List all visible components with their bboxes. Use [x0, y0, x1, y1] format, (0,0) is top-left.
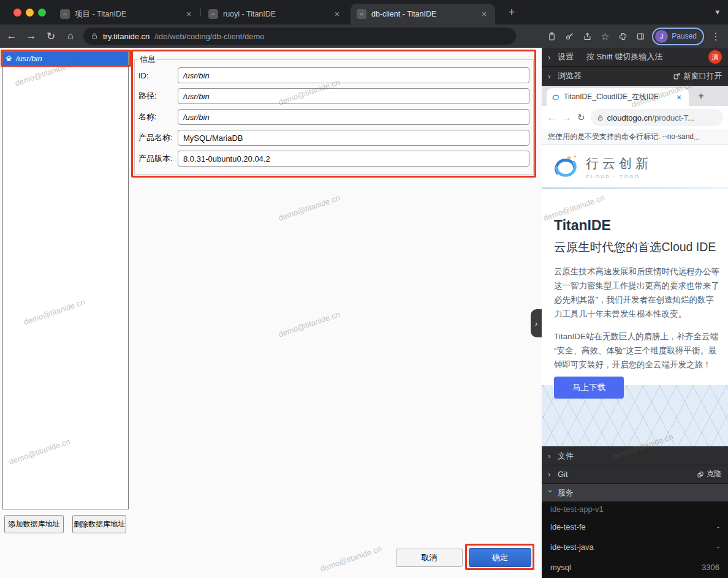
site-subtitle: 云原生时代您的首选Cloud IDE [554, 239, 728, 255]
confirm-button[interactable]: 确定 [469, 548, 531, 567]
new-tab-button[interactable]: + [505, 6, 518, 19]
extensions-puzzle-icon[interactable] [616, 29, 629, 43]
profile-paused-button[interactable]: J Paused [652, 28, 704, 45]
database-list-item-selected[interactable]: /usr/bin [3, 52, 128, 65]
form-row: 产品版本: [138, 148, 529, 169]
cancel-button[interactable]: 取消 [396, 549, 463, 567]
product-name-field[interactable] [178, 130, 529, 146]
tab-ruoyi[interactable]: ‹› ruoyi - TitanIDE × [202, 4, 348, 24]
site-title: TitanIDE [554, 217, 728, 234]
name-field[interactable] [178, 109, 529, 125]
lock-icon [597, 114, 604, 121]
embedded-toolbar: ← → ↻ cloudtogo.cn/product-T... [542, 106, 728, 129]
minimize-window-button[interactable] [26, 9, 34, 17]
site-paragraph: 云原生技术高速发展和后疫情时代远程办公等 这一智力密集型工作提出更高的要求也带来… [554, 265, 728, 321]
chevron-right-icon: › [548, 53, 553, 62]
url-path: /ide/web/coding/db-client/demo [154, 32, 264, 41]
home-icon [5, 54, 13, 62]
avatar: J [655, 30, 668, 43]
close-window-button[interactable] [13, 9, 21, 17]
name-label: 名称: [138, 111, 178, 122]
browser-section-row[interactable]: › 浏览器 新窗口打开 [542, 67, 728, 86]
id-field[interactable] [178, 67, 529, 83]
forward-icon[interactable]: → [562, 112, 572, 123]
reload-icon[interactable]: ↻ [577, 112, 585, 123]
tab-project[interactable]: ‹› 项目 - TitanIDE × [54, 4, 200, 24]
close-tab-icon[interactable]: × [184, 9, 194, 19]
form-row: ID: [138, 65, 529, 86]
settings-row[interactable]: › 设置 按 Shift 键切换输入法 演 [542, 48, 728, 67]
clone-label: 克隆 [707, 469, 722, 479]
close-tab-icon[interactable]: × [674, 92, 684, 102]
clone-icon [697, 471, 704, 478]
key-icon[interactable] [563, 29, 575, 43]
close-tab-icon[interactable]: × [479, 9, 489, 19]
browser-tab-strip: ‹› 项目 - TitanIDE × ‹› ruoyi - TitanIDE ×… [0, 0, 728, 24]
service-row[interactable]: ide-test-java - [542, 537, 728, 557]
service-name: ide-test-java [550, 542, 594, 552]
form-row: 名称: [138, 107, 529, 127]
ime-hint: 按 Shift 键切换输入法 [586, 51, 662, 62]
brand-logo-row: 行云创新 CLOUD · TOGO [542, 145, 728, 187]
url-path: /product-T [652, 113, 688, 122]
home-icon[interactable]: ⌂ [63, 28, 78, 44]
section-git[interactable]: › Git 克隆 [542, 465, 728, 483]
brand-subtitle: CLOUD · TOGO [586, 174, 652, 179]
tab-title: 项目 - TitanIDE [75, 9, 179, 20]
tab-db-client-active[interactable]: ‹› db-client - TitanIDE × [351, 4, 495, 24]
cloudtogo-logo-icon [552, 153, 580, 181]
download-button[interactable]: 马上下载 [554, 377, 624, 399]
address-bar[interactable]: try.titanide.cn/ide/web/coding/db-client… [83, 28, 516, 45]
reload-icon[interactable]: ↻ [43, 28, 59, 44]
service-port: - [717, 522, 719, 531]
tab-search-chevron-icon[interactable]: ▾ [715, 7, 719, 17]
forward-icon[interactable]: → [23, 28, 39, 44]
service-row[interactable]: mysql 3306 [542, 557, 728, 577]
tab-separator [200, 9, 201, 17]
service-row[interactable]: ide-test-fe - [542, 517, 728, 537]
panel-collapse-handle[interactable]: › [531, 309, 542, 337]
toolbar-actions: ☆ J Paused ⋮ [545, 28, 728, 45]
site-paragraph: TitanIDE站在无数巨人的肩膀上，补齐全云端 “安全、高效、体验”这三个维度… [554, 330, 728, 372]
new-tab-button[interactable]: + [694, 89, 708, 103]
maximize-window-button[interactable] [38, 9, 46, 17]
settings-label: 设置 [558, 51, 574, 62]
open-new-window-button[interactable]: 新窗口打开 [673, 71, 722, 81]
side-panel-icon[interactable] [634, 29, 646, 43]
chevron-right-icon: › [548, 72, 553, 81]
database-list-item-label: /usr/bin [16, 54, 42, 63]
service-list: ide-test-app-v1 ide-test-fe - ide-test-j… [542, 501, 728, 578]
embedded-tab[interactable]: TitanIDE_CloudIDE_在线IDE × [547, 88, 689, 106]
add-database-button[interactable]: 添加数据库地址 [4, 515, 64, 533]
product-version-field[interactable] [178, 151, 529, 167]
open-new-window-label: 新窗口打开 [684, 71, 722, 81]
database-address-list[interactable]: /usr/bin [2, 51, 129, 509]
bookmark-star-icon[interactable]: ☆ [599, 29, 611, 43]
delete-database-button[interactable]: 删除数据库地址 [72, 515, 126, 533]
chevron-right-icon: › [548, 451, 553, 460]
service-name: ide-test-fe [550, 522, 586, 531]
clipboard-icon[interactable] [545, 29, 558, 43]
brand-name: 行云创新 [586, 155, 652, 172]
lock-icon [91, 32, 98, 40]
section-files[interactable]: › 文件 [542, 446, 728, 465]
back-icon[interactable]: ← [4, 28, 20, 44]
path-label: 路径: [138, 91, 178, 102]
divider [542, 187, 728, 189]
share-icon[interactable] [581, 29, 593, 43]
titanide-favicon-icon: ‹› [60, 9, 70, 19]
url-domain: cloudtogo.cn [607, 113, 653, 122]
menu-dots-icon[interactable]: ⋮ [710, 29, 722, 43]
path-field[interactable] [178, 88, 529, 104]
section-services[interactable]: › 服务 [542, 483, 728, 501]
back-icon[interactable]: ← [547, 112, 556, 123]
embedded-address-bar[interactable]: cloudtogo.cn/product-T... [591, 109, 723, 126]
db-client-page: /usr/bin 信息 ID: 路径: 名称: 产品名称: 产品版本: 添加数据… [0, 48, 542, 578]
clone-button[interactable]: 克隆 [697, 469, 722, 479]
service-row[interactable]: ide-test-app-v1 [542, 501, 728, 517]
embedded-tab-strip: TitanIDE_CloudIDE_在线IDE × + [542, 86, 728, 106]
demo-badge: 演 [708, 50, 722, 64]
form-row: 产品名称: [138, 127, 529, 148]
chevron-down-icon: › [546, 490, 555, 495]
close-tab-icon[interactable]: × [332, 9, 342, 19]
